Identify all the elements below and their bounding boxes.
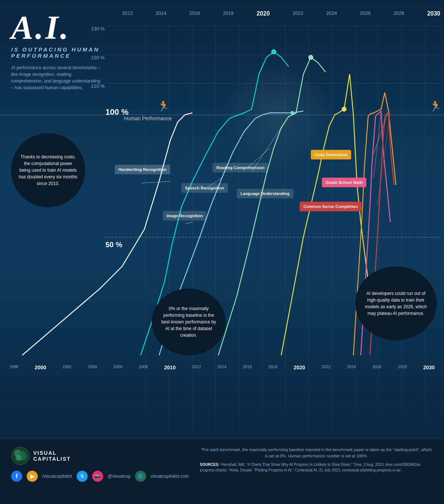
year-bottom-2004: 2004 bbox=[88, 364, 97, 370]
footer-notes: *For each benchmark, the maximally perfo… bbox=[200, 447, 433, 473]
callout-center: 0% or the maximally performing baseline … bbox=[152, 289, 226, 355]
year-bottom-2000: 2000 bbox=[35, 364, 46, 370]
svg-point-2 bbox=[309, 55, 313, 60]
year-bottom-2012: 2012 bbox=[192, 364, 201, 370]
logo: VISUAL CAPITALIST bbox=[11, 447, 189, 465]
year-bottom-2030: 2030 bbox=[423, 364, 435, 370]
callout-right: AI developers could run out of high-qual… bbox=[355, 266, 437, 340]
year-bottom-2008: 2008 bbox=[139, 364, 148, 370]
twitter-handle: @visualcap bbox=[108, 474, 131, 479]
grade-school-math-label: Grade School Math bbox=[322, 178, 366, 187]
svg-point-3 bbox=[342, 107, 346, 111]
footnote: *For each benchmark, the maximally perfo… bbox=[200, 447, 433, 459]
speech-recognition-label: Speech Recognition bbox=[181, 183, 228, 193]
logo-area: VISUAL CAPITALIST f ▶ /visualcapitalist … bbox=[11, 447, 189, 482]
svg-line-4 bbox=[141, 181, 170, 183]
year-bottom-2006: 2006 bbox=[113, 364, 122, 370]
social-links: f ▶ /visualcapitalist 𝕏 📷 @visualcap 🌐 v… bbox=[11, 471, 189, 482]
facebook-icon: f bbox=[11, 471, 22, 482]
code-generation-label: Code Generation bbox=[311, 150, 351, 159]
svg-point-15 bbox=[16, 455, 21, 461]
instagram-icon: 📷 bbox=[92, 471, 103, 482]
callout-left: Thanks to decreasing costs, the computat… bbox=[11, 133, 85, 207]
twitter-icon: 𝕏 bbox=[77, 471, 88, 482]
year-bottom-2002: 2002 bbox=[63, 364, 71, 370]
year-bottom-2024: 2024 bbox=[347, 364, 356, 370]
handwriting-label: Handwriting Recognition bbox=[115, 165, 170, 174]
play-icon: ▶ bbox=[27, 471, 38, 482]
year-bottom-2028: 2028 bbox=[398, 364, 407, 370]
reading-comprehension-label: Reading Comprehension bbox=[213, 163, 268, 172]
year-bottom-2014: 2014 bbox=[218, 364, 226, 370]
logo-icon bbox=[11, 447, 30, 465]
year-bottom-2026: 2026 bbox=[372, 364, 381, 370]
facebook-handle: /visualcapitalist bbox=[42, 474, 72, 479]
year-bottom-1998: 1998 bbox=[9, 364, 18, 370]
year-bottom-2016: 2016 bbox=[243, 364, 252, 370]
sources-label: SOURCES: bbox=[200, 463, 219, 467]
web-icon: 🌐 bbox=[135, 471, 146, 482]
language-understanding-label: Language Understanding bbox=[237, 189, 293, 198]
image-recognition-label: Image Recognition bbox=[163, 211, 206, 221]
main-chart-area: 2012 2014 2016 2018 2020 2022 2024 2026 … bbox=[0, 0, 444, 437]
sources: SOURCES: ¹Henshall, Will. "4 Charts That… bbox=[200, 462, 433, 473]
common-sense-label: Common Sense Completion bbox=[300, 202, 361, 211]
year-bottom-2018: 2018 bbox=[268, 364, 277, 370]
year-bottom-2020: 2020 bbox=[294, 364, 305, 370]
website: visualcapitalist.com bbox=[151, 474, 189, 479]
svg-line-5 bbox=[185, 222, 192, 224]
logo-line1: VISUAL bbox=[33, 450, 71, 456]
footer: VISUAL CAPITALIST f ▶ /visualcapitalist … bbox=[0, 439, 444, 504]
sources-text: ¹Henshall, Will. "4 Charts That Show Why… bbox=[200, 463, 421, 472]
svg-point-0 bbox=[272, 50, 276, 54]
year-bottom-2022: 2022 bbox=[322, 364, 330, 370]
logo-line2: CAPITALIST bbox=[33, 456, 71, 462]
year-bottom-2010: 2010 bbox=[164, 364, 176, 370]
years-bottom-row: 1998 2000 2002 2004 2006 2008 2010 2012 … bbox=[4, 364, 440, 370]
